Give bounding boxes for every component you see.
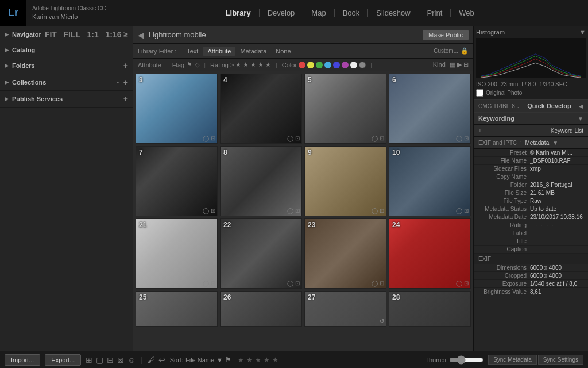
photo-cell-23[interactable]: 23 ◯ ⊡ — [304, 218, 386, 289]
navigator-title: Navigator — [12, 31, 45, 38]
nav-print[interactable]: Print — [419, 9, 451, 17]
collections-header[interactable]: ▶ Collections - + — [0, 74, 133, 90]
folders-header[interactable]: ▶ Folders + — [0, 57, 133, 74]
publish-services-header[interactable]: ▶ Publish Services + — [0, 91, 133, 107]
photo-cell-26[interactable]: 26 — [220, 291, 302, 327]
photo-thumbnail-27 — [305, 292, 386, 326]
photo-cell-25[interactable]: 25 — [136, 291, 218, 327]
original-photo-checkbox[interactable] — [476, 89, 483, 97]
import-button[interactable]: Import... — [5, 354, 40, 366]
tb-star5[interactable]: ★ — [272, 356, 278, 364]
histogram-menu-icon[interactable]: ▼ — [579, 29, 586, 36]
photo-cell-8[interactable]: 8 ◯ ⊡ — [220, 146, 302, 216]
catalog-header[interactable]: ▶ Catalog — [0, 43, 133, 57]
color-dot-purple[interactable] — [342, 62, 349, 68]
grid-view-icon[interactable]: ⊞ — [86, 355, 92, 365]
sort-direction-icon[interactable]: ▼ — [216, 356, 223, 363]
photo-cell-6[interactable]: 6 ◯ ⊡ — [389, 74, 471, 144]
nav-web[interactable]: Web — [451, 9, 482, 17]
folders-add[interactable]: + — [123, 61, 128, 70]
paint-icon[interactable]: 🖌 — [147, 355, 155, 365]
sort-flag-icon[interactable]: ⚑ — [225, 356, 231, 363]
thumbnail-slider[interactable] — [449, 355, 483, 365]
filter-tab-attribute[interactable]: Attribute — [203, 47, 235, 56]
color-dot-blue[interactable] — [333, 62, 340, 68]
make-public-button[interactable]: Make Public — [423, 30, 469, 40]
publish-services-add[interactable]: + — [123, 94, 128, 103]
nav-library[interactable]: Library — [218, 9, 260, 17]
keyword-list-header[interactable]: + Keyword List — [474, 125, 588, 137]
survey-view-icon[interactable]: ⊠ — [117, 355, 124, 365]
keywording-header[interactable]: Keywording ▼ — [474, 112, 588, 125]
keyword-list-add-icon[interactable]: + — [478, 128, 482, 134]
photo-cell-27[interactable]: 27 ↺ — [304, 291, 386, 327]
photo-cell-5[interactable]: 5 ◯ ⊡ — [304, 74, 386, 144]
star5[interactable]: ★ — [265, 61, 271, 68]
photo-cell-24[interactable]: 24 ◯ ⊡ — [389, 218, 471, 289]
star4[interactable]: ★ — [258, 61, 264, 68]
kind-icon1[interactable]: ▦ — [450, 61, 455, 68]
photo-cell-7[interactable]: 7 ◯ ⊡ — [136, 146, 218, 216]
flag-area: Flag ⚑ ◇ — [172, 61, 199, 68]
color-dot-white[interactable] — [350, 62, 357, 68]
export-button[interactable]: Export... — [45, 354, 81, 366]
metadata-key-folder: Folder — [478, 182, 530, 188]
people-view-icon[interactable]: ☺ — [127, 355, 136, 365]
color-dot-gray[interactable] — [359, 62, 366, 68]
metadata-val-label[interactable] — [530, 230, 583, 236]
sync-settings-button[interactable]: Sync Settings — [538, 355, 583, 365]
photo-cell-10[interactable]: 10 ◯ ⊡ — [389, 146, 471, 216]
sort-value[interactable]: File Name — [185, 356, 214, 363]
kind-icon2[interactable]: ▶ — [457, 61, 462, 68]
exif-metadata-header[interactable]: EXIF and IPTC ÷ Metadata ▼ — [474, 137, 588, 149]
color-dot-cyan[interactable] — [324, 62, 331, 68]
filter-custom-button[interactable]: Custom... — [434, 48, 458, 54]
color-dot-red[interactable] — [299, 62, 305, 68]
cell-icon-circle-21: ◯ — [203, 280, 209, 286]
nav-develop[interactable]: Develop — [260, 9, 304, 17]
preset-select-label: CMG TRIBE 8 ÷ — [478, 103, 520, 109]
sync-metadata-button[interactable]: Sync Metadata — [488, 355, 537, 365]
folders-section: ▶ Folders + — [0, 57, 133, 74]
kind-icon3[interactable]: ⊞ — [463, 61, 469, 68]
navigator-header[interactable]: ▶ Navigator FIT FILL 1:1 1:16 ≥ — [0, 26, 133, 43]
photo-cell-28[interactable]: 28 — [389, 291, 471, 327]
filter-lock-icon[interactable]: 🔒 — [461, 47, 469, 55]
filter-tab-none[interactable]: None — [271, 47, 295, 56]
photo-thumbnail-4 — [220, 74, 301, 143]
nav-map[interactable]: Map — [303, 9, 334, 17]
photo-cell-9[interactable]: 9 ◯ ⊡ — [304, 146, 386, 216]
flag-diamond-icon[interactable]: ◇ — [195, 61, 199, 68]
nav-slideshow[interactable]: Slideshow — [368, 9, 419, 17]
metadata-preset-value[interactable]: © Karin van Mi... — [530, 150, 583, 156]
photo-cell-3[interactable]: 3 ◯ ⊡ — [136, 74, 218, 144]
star2[interactable]: ★ — [243, 61, 249, 68]
photo-cell-22[interactable]: 22 ◯ ⊡ — [220, 218, 302, 289]
metadata-val-rating[interactable]: · · · · · — [530, 222, 583, 228]
tb-star2[interactable]: ★ — [246, 356, 253, 364]
tb-star3[interactable]: ★ — [255, 356, 261, 364]
cell-icons-3: ◯ ⊡ — [203, 135, 215, 141]
star3[interactable]: ★ — [250, 61, 256, 68]
color-dot-yellow[interactable] — [307, 62, 314, 68]
metadata-val-caption[interactable] — [530, 246, 583, 252]
star1[interactable]: ★ — [235, 61, 241, 68]
grid-row-2: 7 ◯ ⊡ 8 ◯ ⊡ 9 — [136, 146, 471, 216]
color-dot-green[interactable] — [316, 62, 323, 68]
quick-develop-header[interactable]: CMG TRIBE 8 ÷ Quick Develop ◀ — [474, 99, 588, 112]
compare-view-icon[interactable]: ⊟ — [107, 355, 114, 365]
metadata-val-title[interactable] — [530, 238, 583, 244]
photo-cell-4[interactable]: 4 ◯ ⊡ — [220, 74, 302, 144]
filter-tab-text[interactable]: Text — [182, 47, 203, 56]
back-arrow-icon[interactable]: ◀ — [138, 30, 144, 40]
filter-tab-metadata[interactable]: Metadata — [235, 47, 271, 56]
tb-star1[interactable]: ★ — [238, 356, 244, 364]
histogram-title: Histogram — [476, 29, 505, 36]
nav-book[interactable]: Book — [335, 9, 369, 17]
metadata-val-cropped: 6000 x 4000 — [530, 273, 583, 279]
photo-cell-21[interactable]: 21 ◯ ⊡ — [136, 218, 218, 289]
spray-icon[interactable]: ↩ — [158, 355, 165, 365]
tb-star4[interactable]: ★ — [264, 356, 270, 364]
flag-icon[interactable]: ⚑ — [187, 61, 192, 68]
loupe-view-icon[interactable]: ▢ — [96, 355, 103, 365]
